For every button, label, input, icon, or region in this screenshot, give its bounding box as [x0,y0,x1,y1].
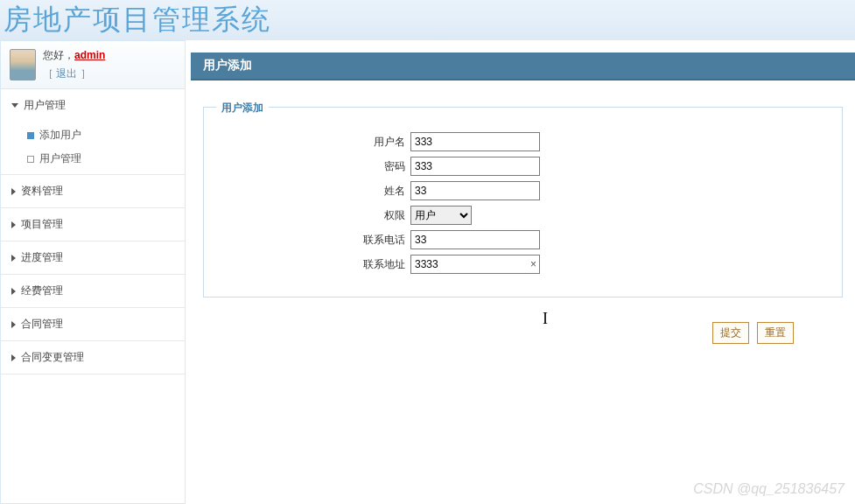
menu-item-contract: 合同管理 [1,308,185,341]
row-password: 密码 [221,157,824,176]
submit-button[interactable]: 提交 [712,322,749,344]
label-password: 密码 [221,159,410,174]
app-title: 房地产项目管理系统 [4,1,271,39]
menu-item-project: 项目管理 [1,208,185,242]
row-phone: 联系电话 [221,230,824,249]
row-name: 姓名 [221,181,824,200]
label-username: 用户名 [221,135,410,150]
menu-header-funding[interactable]: 经费管理 [1,275,185,307]
address-input-wrap: × [410,255,540,274]
button-row: 提交 重置 [203,315,843,351]
reset-button[interactable]: 重置 [757,322,794,344]
submenu-manage-user[interactable]: 用户管理 [22,147,185,171]
bullet-icon [27,132,34,139]
fieldset-legend: 用户添加 [216,101,269,116]
menu-header-contract[interactable]: 合同管理 [1,308,185,340]
chevron-right-icon [11,354,16,361]
input-name[interactable] [410,181,540,200]
chevron-down-icon [11,103,18,108]
menu-header-user[interactable]: 用户管理 [1,89,185,122]
chevron-right-icon [11,221,16,228]
row-address: 联系地址 × [221,255,824,274]
menu-item-contract-change: 合同变更管理 [1,341,185,374]
sidebar: 您好，admin ［ 退出 ］ 用户管理 添加用户 [0,40,186,504]
label-address: 联系地址 [221,257,410,272]
menu-label: 进度管理 [21,250,63,265]
menu-header-project[interactable]: 项目管理 [1,208,185,241]
menu-item-material: 资料管理 [1,175,185,208]
watermark: CSDN @qq_251836457 [693,481,844,497]
chevron-right-icon [11,321,16,328]
row-username: 用户名 [221,132,824,151]
menu-label: 资料管理 [21,184,63,199]
main-container: 您好，admin ［ 退出 ］ 用户管理 添加用户 [0,40,855,504]
menu-header-material[interactable]: 资料管理 [1,175,185,207]
sidebar-menu: 用户管理 添加用户 用户管理 资料管理 [1,89,185,374]
menu-header-progress[interactable]: 进度管理 [1,242,185,274]
form-fieldset: 用户添加 用户名 密码 姓名 权限 用户 [203,107,843,298]
greeting-text: 您好， [43,49,74,61]
submenu-user: 添加用户 用户管理 [1,122,185,174]
row-role: 权限 用户 [221,206,824,225]
select-role[interactable]: 用户 [410,206,472,225]
panel-body: 用户添加 用户名 密码 姓名 权限 用户 [191,80,855,363]
menu-label: 用户管理 [24,98,66,113]
user-info-box: 您好，admin ［ 退出 ］ [1,41,185,89]
user-text: 您好，admin ［ 退出 ］ [43,48,105,81]
main-panel: 用户添加 用户添加 用户名 密码 姓名 权限 [186,40,855,504]
input-phone[interactable] [410,230,540,249]
clear-icon[interactable]: × [530,258,536,270]
menu-item-funding: 经费管理 [1,275,185,308]
avatar [10,49,36,80]
input-username[interactable] [410,132,540,151]
label-name: 姓名 [221,184,410,199]
bullet-icon [27,156,34,163]
submenu-label: 用户管理 [39,151,81,166]
submenu-label: 添加用户 [39,128,81,143]
app-header: 房地产项目管理系统 [0,0,855,40]
chevron-right-icon [11,188,16,195]
chevron-right-icon [11,255,16,262]
chevron-right-icon [11,288,16,295]
label-phone: 联系电话 [221,233,410,248]
label-role: 权限 [221,208,410,223]
menu-item-user: 用户管理 添加用户 用户管理 [1,89,185,175]
menu-label: 经费管理 [21,284,63,298]
menu-label: 合同管理 [21,317,63,332]
input-password[interactable] [410,157,540,176]
logout-link[interactable]: ［ 退出 ］ [43,66,105,81]
panel-title: 用户添加 [191,52,855,80]
submenu-add-user[interactable]: 添加用户 [22,123,185,147]
user-greeting-line: 您好，admin [43,48,105,63]
menu-item-progress: 进度管理 [1,242,185,275]
menu-label: 合同变更管理 [21,350,84,365]
input-address[interactable] [410,255,540,274]
menu-label: 项目管理 [21,217,63,232]
user-name-link[interactable]: admin [74,49,105,61]
menu-header-contract-change[interactable]: 合同变更管理 [1,341,185,374]
